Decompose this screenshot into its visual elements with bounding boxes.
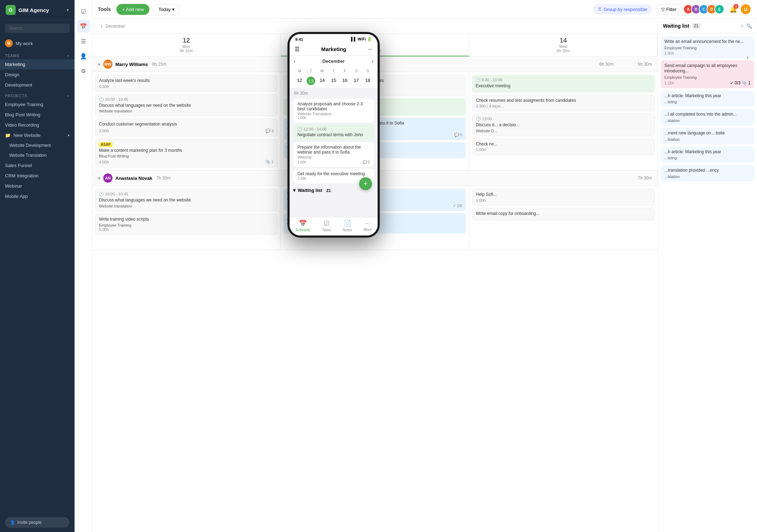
sidebar-item-crm-integration[interactable]: CRM Integration: [0, 171, 75, 181]
wl-item-1[interactable]: Write an email announcement for the ne..…: [661, 36, 754, 58]
projects-section-header: Projects +: [0, 90, 75, 99]
mobile-task-negotiate[interactable]: 🕐 12:30 - 14:00 Negotiate contract terms…: [293, 124, 374, 140]
invite-people-button[interactable]: 👤 Invite people: [5, 517, 70, 528]
sidebar-item-marketing[interactable]: Marketing: [0, 59, 75, 70]
mobile-date-18[interactable]: 18: [362, 77, 373, 85]
sidebar: G GIM Agency ▾ M My work Teams + Marketi…: [0, 0, 75, 532]
mobile-fab-button[interactable]: +: [359, 177, 372, 190]
waiting-list-search-icon[interactable]: 🔍: [746, 23, 752, 29]
mobile-wl-label: Waiting list: [298, 188, 322, 193]
wl-item-5[interactable]: ...ment new language on ...bsite ...lsla…: [661, 128, 754, 144]
search-input[interactable]: [5, 24, 70, 33]
calendar-header: ‹ December: [92, 19, 658, 34]
group-by-icon: ⠿: [598, 7, 602, 12]
list-tool-icon[interactable]: ☰: [77, 35, 90, 48]
mobile-tab-more[interactable]: ··· More: [364, 220, 372, 232]
sidebar-item-website-development[interactable]: Website Development: [0, 140, 75, 150]
sidebar-item-sales-funnel[interactable]: Sales Funnel: [0, 160, 75, 171]
wl-item-6[interactable]: ...h article: Marketing this year ...lst…: [661, 146, 754, 163]
add-project-btn[interactable]: +: [67, 94, 70, 98]
add-team-btn[interactable]: +: [67, 54, 70, 58]
projects-label: Projects: [5, 94, 27, 98]
sidebar-item-video-recording[interactable]: Video Recording: [0, 120, 75, 130]
sidebar-item-mobile-app[interactable]: Mobile App: [0, 191, 75, 201]
avatar-5[interactable]: E: [714, 4, 724, 14]
anastasia-day1-cell: 🕐 10:00 - 10:45 Discuss what languages w…: [92, 186, 281, 250]
mobile-wl-expand-icon[interactable]: ▾: [293, 188, 296, 193]
mobile-task-analyze[interactable]: Analyze proposals and choose 2-3 best ca…: [293, 99, 374, 123]
mobile-cal-next-icon[interactable]: ›: [372, 59, 373, 64]
sidebar-item-webinar[interactable]: Webinar: [0, 181, 75, 191]
prev-nav-button[interactable]: ‹: [98, 22, 105, 31]
mobile-tab-tasks[interactable]: ☑ Tasks: [322, 220, 331, 232]
task-check-resumes[interactable]: Check resumes and test assigments from c…: [472, 95, 655, 112]
wl-item-4[interactable]: ...l all completed tions into the admin.…: [661, 109, 754, 126]
mobile-cal-prev-icon[interactable]: ‹: [294, 59, 295, 64]
mobile-date-16[interactable]: 16: [339, 77, 351, 85]
task-discuss-decision[interactable]: 🕐 13:00 Discuss d... a decisio... Websit…: [472, 113, 655, 136]
task-discuss-languages-2[interactable]: 🕐 10:00 - 10:45 Discuss what languages w…: [95, 189, 278, 211]
anastasia-avatar: AN: [103, 173, 113, 183]
calendar-tool-icon[interactable]: 📅: [77, 20, 90, 33]
task-analyze-results[interactable]: Analyze last week's results 0:30h: [95, 75, 278, 92]
new-website-label: New Website: [13, 133, 40, 138]
sidebar-search-container: [0, 20, 75, 37]
mobile-date-12[interactable]: 12: [294, 77, 305, 85]
filter-button[interactable]: ▽ Filter: [656, 4, 682, 15]
app-chevron[interactable]: ▾: [67, 8, 69, 12]
sidebar-item-design[interactable]: Design: [0, 70, 75, 80]
task-discuss-languages-1[interactable]: 🕐 10:00 - 10:45 Discuss what languages w…: [95, 94, 278, 117]
waiting-list-actions: + 🔍: [741, 23, 752, 29]
collapse-anastasia-icon[interactable]: ▾: [98, 176, 100, 181]
check-tool-icon[interactable]: ☑: [77, 5, 90, 18]
mobile-hamburger-icon[interactable]: ☰: [295, 46, 300, 52]
task-write-website-email[interactable]: Write email copy for onboarding...: [472, 208, 655, 221]
wl-item-7[interactable]: ...translation provided ...ency ...lslat…: [661, 165, 754, 182]
group-by-label: Group by responsible: [604, 7, 648, 12]
waiting-list-add-icon[interactable]: +: [741, 23, 744, 29]
mobile-more-icon[interactable]: ···: [368, 46, 373, 52]
mobile-date-14[interactable]: 14: [317, 77, 328, 85]
day-header-14: 14 Wed 6h 30m ›: [469, 34, 658, 56]
mobile-bottom-nav: 📅 Schedule ☑ Tasks 📄 Notes ··· More: [290, 217, 378, 235]
wl-item-2[interactable]: Send email campaign to all employees int…: [661, 60, 754, 88]
mobile-tab-schedule[interactable]: 📅 Schedule: [295, 220, 310, 232]
sales-funnel-label: Sales Funnel: [5, 163, 32, 168]
avatar-group: A B C D E: [685, 4, 724, 14]
mobile-date-15[interactable]: 15: [328, 77, 339, 85]
sidebar-item-blog-post-writing[interactable]: Blog Post Writing: [0, 110, 75, 120]
task-video-scripts[interactable]: Write training video scripts Employee Tr…: [95, 214, 278, 235]
task-customer-segmentation[interactable]: Conduct customer segmentation analysis 3…: [95, 118, 278, 137]
sidebar-item-website-translation[interactable]: Website Translation: [0, 150, 75, 160]
sidebar-item-new-website[interactable]: 📁 New Website ▾: [0, 130, 75, 140]
sidebar-item-employee-training[interactable]: Employee Training: [0, 99, 75, 110]
mobile-wl-count: 21: [324, 188, 333, 193]
notification-button[interactable]: 🔔 4: [728, 4, 739, 15]
mobile-tab-notes[interactable]: 📄 Notes: [343, 220, 352, 232]
add-new-button[interactable]: + Add new: [116, 4, 149, 15]
notification-badge: 4: [734, 4, 739, 9]
task-check-ne[interactable]: Check ne... 1:00h: [472, 138, 655, 155]
schedule-tab-label: Schedule: [295, 228, 310, 232]
sidebar-item-development[interactable]: Development: [0, 80, 75, 90]
user-avatar[interactable]: U: [740, 4, 751, 15]
wl-item-3[interactable]: ...h article: Marketing this year ...lst…: [661, 90, 754, 107]
mobile-date-13[interactable]: 13: [307, 77, 315, 85]
mobile-task-webinar[interactable]: Prepare the information about the webina…: [293, 142, 374, 167]
group-by-button[interactable]: ⠿ Group by responsible: [593, 4, 653, 15]
my-work-label: My work: [16, 41, 33, 46]
teams-label: Teams: [5, 54, 19, 58]
mobile-hours-label: 6h 30m: [290, 88, 378, 97]
settings-tool-icon[interactable]: ⚙: [77, 65, 90, 77]
tools-label: Tools: [98, 6, 111, 12]
user-tool-icon[interactable]: 👤: [77, 50, 90, 62]
today-button[interactable]: Today ▾: [153, 4, 180, 15]
task-help-sofi[interactable]: Help Sofi... 1:00h: [472, 189, 655, 206]
mobile-date-17[interactable]: 17: [351, 77, 362, 85]
task-content-plan[interactable]: ASAP Make a content marketing plan for 3…: [95, 139, 278, 168]
app-logo[interactable]: G GIM Agency ▾: [0, 0, 75, 20]
collapse-marry-icon[interactable]: ▾: [98, 62, 100, 67]
my-work-link[interactable]: M My work: [0, 37, 75, 50]
teams-section-header: Teams +: [0, 50, 75, 59]
task-executive-meeting[interactable]: 🕐 9:30 - 11:00 Executive meeting: [472, 75, 655, 93]
